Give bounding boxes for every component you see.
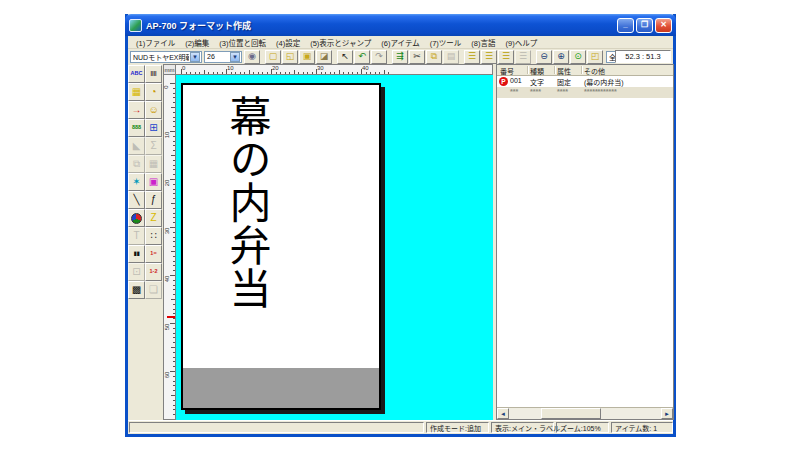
font-size-select[interactable]: 26 ▼ [204, 51, 242, 63]
cassette-tool[interactable]: ▣ [145, 173, 162, 191]
status-message [129, 422, 424, 433]
ruler-unit-label: mm [163, 64, 176, 75]
tool-palette: ABC||||▦◔→☺888⊞◣Σ⧉▦✶▣╲ƒZT∷▮▮1=⊡1-2▩❏ [128, 65, 164, 299]
menu-edit[interactable]: (2)編集 [180, 36, 214, 49]
open-button[interactable]: ◱ [282, 50, 298, 64]
select-button[interactable]: ↖ [337, 50, 353, 64]
menu-help[interactable]: (9)ヘルプ [501, 36, 543, 49]
new-button[interactable]: ▢ [265, 50, 281, 64]
column-other: その他 [584, 66, 605, 76]
item-row-001[interactable]: P 001 文字 固定 (幕の内弁当) [497, 76, 673, 87]
vertical-ruler: 0102030405060 [163, 75, 176, 420]
status-item-count: アイテム数: 1 [611, 422, 673, 433]
menu-settings[interactable]: (4)設定 [271, 36, 305, 49]
chevron-down-icon[interactable]: ▼ [230, 52, 240, 62]
main-area: ABC||||▦◔→☺888⊞◣Σ⧉▦✶▣╲ƒZT∷▮▮1=⊡1-2▩❏ mm … [128, 64, 673, 420]
redo-button[interactable]: ↷ [371, 50, 387, 64]
paste-button: ▤ [443, 50, 459, 64]
matrix-tool[interactable]: ∷ [145, 227, 162, 245]
menu-view-jump[interactable]: (5)表示とジャンプ [305, 36, 376, 49]
sigma-tool: Σ [145, 137, 162, 155]
pie-chart-tool[interactable] [128, 209, 145, 227]
text-tool[interactable]: ABC [128, 65, 145, 83]
copy-button[interactable]: ⧉ [426, 50, 442, 64]
calculator-tool[interactable]: ⊞ [145, 119, 162, 137]
menu-item[interactable]: (6)アイテム [376, 36, 424, 49]
import-button[interactable]: ◪ [316, 50, 332, 64]
toolbar: NUDモトヤEX明朝 ▼ 26 ▼ ◉▢◱▣◪↖↶↷⇶✂⧉▤☰☰☰☰⊖⊕⊙◰ 全… [128, 49, 673, 64]
effect-tool[interactable]: ✶ [128, 173, 145, 191]
sequence-tool[interactable]: 1-2 [145, 263, 162, 281]
menubar: (1)ファイル(2)編集(3)位置と回転(4)設定(5)表示とジャンプ(6)アイ… [128, 36, 673, 49]
item-type: **** [530, 88, 541, 95]
history-list-button: ☰ [515, 50, 531, 64]
design-canvas[interactable]: 幕の内弁当 [176, 75, 493, 420]
item-row-placeholder[interactable]: *** **** **** ************ [497, 87, 673, 98]
minimize-button[interactable]: _ [617, 18, 634, 33]
item-list-panel: 番号 種類 属性 その他 P 001 文字 固定 (幕の内弁当) *** ***… [496, 64, 674, 420]
menu-language[interactable]: (8)言語 [466, 36, 500, 49]
function-tool[interactable]: ƒ [145, 191, 162, 209]
triangle-tool: ◣ [128, 137, 145, 155]
numbered-list-tool[interactable]: 1= [145, 245, 162, 263]
item-status-icon: P [499, 77, 508, 86]
barcode-tool[interactable]: |||| [145, 65, 162, 83]
text-frame-tool: T [128, 227, 145, 245]
clock-tool[interactable]: ◔ [145, 83, 162, 101]
item-number: *** [510, 88, 518, 95]
table-tool: ▦ [145, 155, 162, 173]
label-grey-band[interactable] [183, 368, 379, 408]
open-format-button[interactable]: ◰ [587, 50, 603, 64]
grid-tool[interactable]: ▦ [128, 83, 145, 101]
page-flip-tool: ❏ [145, 281, 162, 299]
text-style-button[interactable]: ◉ [244, 50, 260, 64]
menu-file[interactable]: (1)ファイル [131, 36, 180, 49]
arrange-button[interactable]: ⇶ [392, 50, 408, 64]
layer-list-button[interactable]: ☰ [498, 50, 514, 64]
save-button[interactable]: ▣ [299, 50, 315, 64]
close-button[interactable]: ✕ [655, 18, 672, 33]
smiley-tool[interactable]: ☺ [145, 101, 162, 119]
frame-tool: ⊡ [128, 263, 145, 281]
hint-lamp-button[interactable]: ⊙ [570, 50, 586, 64]
item-list-hscrollbar[interactable]: ◄ ► [497, 407, 673, 419]
item-type: 文字 [530, 77, 544, 87]
line-tool[interactable]: ╲ [128, 191, 145, 209]
restore-button[interactable]: ❐ [636, 18, 653, 33]
menu-tool[interactable]: (7)ツール [425, 36, 467, 49]
column-type: 種類 [530, 66, 544, 76]
scrollbar-thumb[interactable] [541, 408, 601, 419]
counter-tool[interactable]: 888 [128, 119, 145, 137]
font-select-value: NUDモトヤEX明朝 [131, 52, 189, 62]
scroll-left-icon[interactable]: ◄ [497, 408, 509, 419]
dither-tool[interactable]: ▩ [128, 281, 145, 299]
zoom-in-button[interactable]: ⊕ [553, 50, 569, 64]
barcode-image-tool[interactable]: ▮▮ [128, 245, 145, 263]
status-view: 表示:メイン・ラベル [491, 422, 554, 433]
column-attribute: 属性 [557, 66, 571, 76]
font-select[interactable]: NUDモトヤEX明朝 ▼ [130, 51, 202, 63]
titlebar[interactable]: AP-700 フォーマット作成 _ ❐ ✕ [125, 14, 676, 36]
status-zoom: ズーム:105% [556, 422, 609, 433]
chevron-down-icon[interactable]: ▼ [190, 52, 200, 62]
undo-button[interactable]: ↶ [354, 50, 370, 64]
item-list-header: 番号 種類 属性 その他 [497, 65, 673, 76]
window-title: AP-700 フォーマット作成 [146, 19, 617, 32]
toolbar-buttons: ◉▢◱▣◪↖↶↷⇶✂⧉▤☰☰☰☰⊖⊕⊙◰ [244, 50, 604, 64]
status-create-mode: 作成モード:追加 [426, 422, 489, 433]
polyline-tool[interactable]: Z [145, 209, 162, 227]
item-list-button[interactable]: ☰ [464, 50, 480, 64]
menu-position-rotation[interactable]: (3)位置と回転 [214, 36, 271, 49]
vertical-label-text[interactable]: 幕の内弁当 [225, 95, 267, 310]
column-number: 番号 [500, 66, 514, 76]
zoom-out-button[interactable]: ⊖ [536, 50, 552, 64]
item-other: (幕の内弁当) [584, 77, 624, 87]
item-attribute: **** [557, 88, 568, 95]
coordinate-display: 52.3 : 51.3 [615, 50, 671, 63]
arrow-tool[interactable]: → [128, 101, 145, 119]
format-list-button[interactable]: ☰ [481, 50, 497, 64]
label-object[interactable]: 幕の内弁当 [181, 83, 381, 410]
item-number: 001 [510, 77, 522, 84]
scroll-right-icon[interactable]: ► [661, 408, 673, 419]
cut-button[interactable]: ✂ [409, 50, 425, 64]
